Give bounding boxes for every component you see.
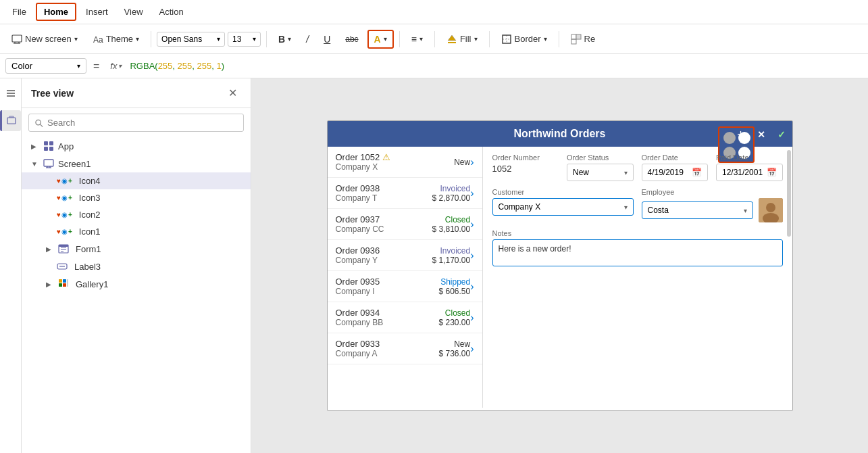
canvas-area: Northwind Orders + ✕ ✓: [251, 78, 868, 453]
add-button[interactable]: +: [733, 126, 749, 143]
border-button[interactable]: Border ▾: [495, 30, 553, 48]
tree-item-app[interactable]: ▶ App: [22, 137, 251, 155]
order-item-0933[interactable]: Order 0933 Company A New $ 736.00 ›: [328, 333, 482, 364]
tree-close-button[interactable]: ✕: [224, 85, 241, 101]
new-screen-button[interactable]: New screen ▾: [5, 30, 84, 48]
layers-button[interactable]: [0, 110, 21, 131]
gallery-icon: [58, 279, 69, 289]
property-dropdown[interactable]: Color ▾: [5, 58, 86, 74]
fx-button[interactable]: fx ▾: [106, 61, 126, 71]
align-button[interactable]: ≡ ▾: [405, 30, 429, 48]
theme-button[interactable]: Aa Theme ▾: [86, 30, 145, 48]
close-button[interactable]: ✕: [753, 126, 769, 143]
tree-item-icon3[interactable]: ♥ ◉ + Icon3: [22, 189, 251, 206]
menu-file[interactable]: File: [5, 4, 33, 20]
badge-component-icon: ◉: [61, 177, 68, 185]
badge-heart-icon-1: ♥: [57, 228, 61, 235]
badge-component-icon-2: ◉: [61, 211, 68, 218]
formula-value[interactable]: RGBA(255, 255, 255, 1): [130, 61, 863, 71]
warning-icon: ⚠: [382, 152, 390, 162]
chevron-right-icon-0936: ›: [470, 249, 474, 262]
font-color-button[interactable]: A ▾: [367, 30, 394, 49]
badge-plus-icon-1: +: [68, 228, 72, 235]
menu-home[interactable]: Home: [36, 3, 76, 21]
reorder-icon: [571, 34, 582, 45]
calendar-icon-paid[interactable]: 📅: [767, 168, 777, 177]
search-input[interactable]: [47, 118, 238, 128]
reorder-button[interactable]: Re: [565, 30, 602, 48]
chevron-down-icon-employee: ▾: [744, 207, 747, 214]
tree-item-label3[interactable]: Label3: [22, 258, 251, 275]
tree-item-icon1[interactable]: ♥ ◉ + Icon1: [22, 223, 251, 240]
chevron-down-icon-color: ▾: [384, 35, 387, 43]
chevron-right-icon-0938: ›: [470, 187, 474, 199]
badge-plus-icon: +: [68, 177, 72, 185]
notes-textarea[interactable]: Here is a new order!: [492, 239, 783, 266]
badge-component-icon-1: ◉: [61, 228, 68, 235]
order-item-0938[interactable]: Order 0938 Company T Invoiced $ 2,870.00…: [328, 178, 482, 209]
svg-rect-17: [9, 116, 14, 116]
app-title: Northwind Orders: [513, 128, 605, 139]
divider-6: [559, 31, 559, 47]
form-icon: [58, 243, 69, 254]
chevron-right-icon-1052: ›: [470, 156, 474, 168]
order-item-1052[interactable]: Order 1052 ⚠ Company X New ›: [328, 147, 482, 178]
employee-dropdown[interactable]: Costa ▾: [642, 201, 753, 219]
check-button[interactable]: ✓: [773, 126, 790, 143]
svg-rect-22: [44, 147, 48, 151]
chevron-right-icon-0934: ›: [470, 312, 474, 324]
order-item-0935[interactable]: Order 0935 Company I Shipped $ 606.50 ›: [328, 271, 482, 302]
chevron-down-icon-status: ▾: [624, 169, 628, 176]
tree-item-icon2-label: Icon2: [79, 210, 101, 220]
theme-icon: Aa: [93, 34, 103, 45]
font-family-dropdown[interactable]: Open Sans ▾: [157, 32, 225, 47]
menu-action[interactable]: Action: [153, 4, 190, 20]
italic-button[interactable]: /: [300, 30, 315, 48]
order-item-0936[interactable]: Order 0936 Company Y Invoiced $ 1,170.00…: [328, 240, 482, 271]
bold-button[interactable]: B ▾: [272, 30, 297, 48]
notes-field: Notes Here is a new order!: [492, 229, 783, 266]
menu-bar: File Home Insert View Action: [0, 0, 868, 24]
badge-heart-icon-2: ♥: [57, 211, 61, 218]
tree-item-icon1-label: Icon1: [79, 226, 101, 237]
hamburger-icon: [5, 88, 16, 99]
order-date-input[interactable]: 4/19/2019 📅: [642, 164, 709, 181]
font-size-dropdown[interactable]: 13 ▾: [228, 32, 261, 47]
hamburger-button[interactable]: [1, 84, 20, 105]
layers-icon: [6, 114, 17, 125]
tree-item-icon4[interactable]: ♥ ◉ + Icon4: [22, 172, 251, 189]
underline-button[interactable]: U: [317, 30, 336, 48]
fill-button[interactable]: Fill ▾: [440, 30, 484, 48]
strikethrough-button[interactable]: abc: [339, 31, 364, 47]
order-item-0937[interactable]: Order 0937 Company CC Closed $ 3,810.00 …: [328, 209, 482, 240]
tree-item-icon4-label: Icon4: [79, 176, 101, 186]
divider-5: [489, 31, 490, 47]
menu-view[interactable]: View: [118, 4, 150, 20]
tree-item-icon2[interactable]: ♥ ◉ + Icon2: [22, 206, 251, 223]
tree-item-gallery1[interactable]: ▶ Gallery1: [22, 275, 251, 293]
monitor-icon: [11, 34, 22, 45]
divider-2: [266, 31, 267, 47]
svg-rect-5: [448, 42, 456, 43]
customer-dropdown[interactable]: Company X ▾: [492, 198, 634, 216]
tree-item-form1[interactable]: ▶ Form1: [22, 240, 251, 258]
formula-bar: Color ▾ = fx ▾ RGBA(255, 255, 255, 1): [0, 54, 868, 78]
svg-point-18: [36, 120, 41, 124]
divider-3: [399, 31, 400, 47]
menu-insert[interactable]: Insert: [79, 4, 115, 20]
svg-rect-16: [9, 116, 14, 118]
detail-row-2: Customer Company X ▾ Employee Costa: [492, 188, 783, 222]
order-item-0934[interactable]: Order 0934 Company BB Closed $ 230.00 ›: [328, 302, 482, 333]
order-status-dropdown[interactable]: New ▾: [567, 164, 634, 181]
screen-icon: [43, 158, 54, 169]
tree-item-app-label: App: [58, 141, 74, 151]
order-status-field: Order Status New ▾: [567, 153, 634, 181]
tree-item-screen1[interactable]: ▼ Screen1: [22, 155, 251, 172]
tree-items: ▶ App ▼ Screen1: [22, 137, 251, 453]
border-icon: [501, 34, 512, 45]
svg-rect-39: [67, 279, 68, 287]
paid-date-input[interactable]: 12/31/2001 📅: [716, 164, 783, 181]
tree-item-form1-label: Form1: [76, 244, 101, 254]
calendar-icon-order[interactable]: 📅: [692, 168, 702, 177]
chevron-down-icon-property: ▾: [77, 62, 80, 70]
